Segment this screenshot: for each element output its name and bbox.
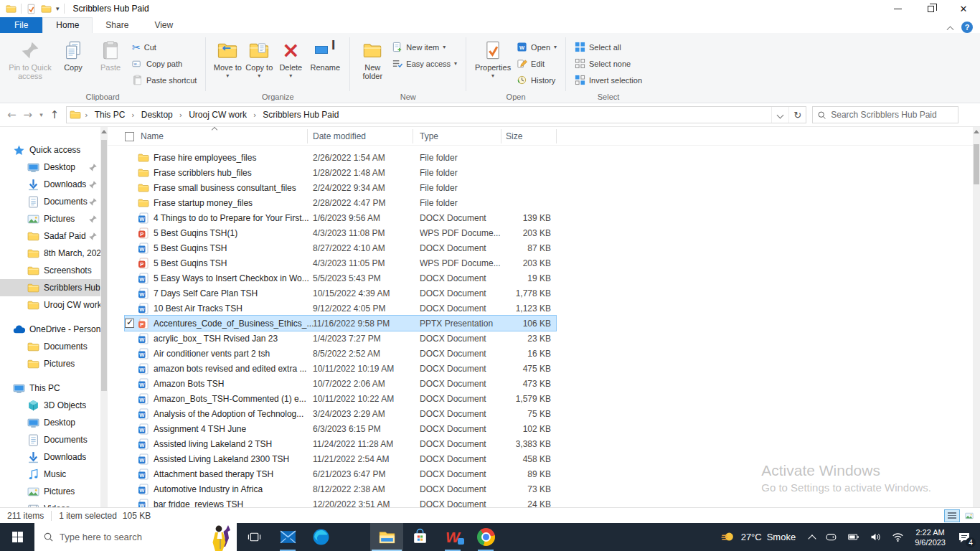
row-checkbox[interactable] xyxy=(125,165,138,180)
row-checkbox[interactable] xyxy=(125,406,138,421)
sidebar-item-screenshots[interactable]: Screenshots xyxy=(0,262,100,279)
taskbar-app-file-explorer[interactable] xyxy=(370,523,403,551)
taskbar-app-mail[interactable] xyxy=(271,523,304,551)
row-checkbox[interactable] xyxy=(125,301,138,316)
taskbar-search-input[interactable] xyxy=(60,532,202,542)
paste-button[interactable]: Paste xyxy=(92,36,129,73)
row-checkbox[interactable] xyxy=(125,150,138,165)
file-list-scrollbar-thumb[interactable] xyxy=(974,144,979,184)
sidebar-scrollbar[interactable] xyxy=(100,127,108,535)
sidebar-item-downloads[interactable]: Downloads xyxy=(0,448,100,466)
sidebar-item-documents[interactable]: Documents xyxy=(0,193,100,210)
file-row[interactable]: Assisted Living Lakeland 2300 TSH 11/21/… xyxy=(125,451,556,466)
file-row[interactable]: Analysis of the Adoption of Technolog...… xyxy=(125,406,556,421)
file-row[interactable]: 10 Best Air Tracks TSH 9/12/2022 4:05 PM… xyxy=(125,301,556,316)
copy-path-button[interactable]: Copy path xyxy=(129,55,199,72)
row-checkbox[interactable] xyxy=(125,270,138,286)
row-checkbox[interactable] xyxy=(125,331,138,346)
taskbar-clock[interactable]: 2:22 AM 9/6/2023 xyxy=(909,527,951,547)
sidebar-item-pictures[interactable]: Pictures xyxy=(0,355,100,372)
pin-to-quick-access-button[interactable]: Pin to Quick access xyxy=(6,36,55,82)
easy-access-button[interactable]: Easy access▾ xyxy=(389,55,460,72)
qat-properties-icon[interactable] xyxy=(26,4,37,14)
cut-button[interactable]: ✂ Cut xyxy=(129,39,199,55)
tab-home[interactable]: Home xyxy=(42,17,93,33)
taskbar-app-chrome[interactable] xyxy=(469,523,502,551)
scroll-up-icon[interactable] xyxy=(973,127,980,137)
sidebar-section-this-pc[interactable]: This PC xyxy=(0,380,100,397)
paste-shortcut-button[interactable]: Paste shortcut xyxy=(129,72,199,88)
sidebar-item-documents[interactable]: Documents xyxy=(0,431,100,448)
refresh-button[interactable]: ↻ xyxy=(788,107,806,123)
action-center-button[interactable]: 4 xyxy=(951,523,980,551)
volume-button[interactable] xyxy=(864,523,887,551)
tab-view[interactable]: View xyxy=(141,18,186,33)
details-view-button[interactable] xyxy=(944,509,960,522)
row-checkbox[interactable] xyxy=(125,391,138,406)
breadcrumb-urooj-cw-work[interactable]: Urooj CW work xyxy=(186,108,250,121)
meet-now-button[interactable] xyxy=(820,523,842,551)
file-row[interactable]: 5 Best Guqins TSH 4/3/2023 11:05 PM WPS … xyxy=(125,255,556,270)
sidebar-item-pictures[interactable]: Pictures xyxy=(0,210,100,227)
file-row[interactable]: 4 Things to do to Prepare for Your First… xyxy=(125,210,556,225)
breadcrumb-this-pc[interactable]: This PC xyxy=(92,108,128,121)
file-row[interactable]: Attachment based therapy TSH 6/21/2023 6… xyxy=(125,466,556,481)
forward-button[interactable]: → xyxy=(24,108,33,121)
open-button[interactable]: Open▾ xyxy=(514,39,560,55)
taskbar-app-office[interactable] xyxy=(337,523,370,551)
column-header-name[interactable]: Name xyxy=(141,131,164,141)
column-divider[interactable] xyxy=(501,129,501,143)
sidebar-item-downloads[interactable]: Downloads xyxy=(0,176,100,193)
hidden-icons-button[interactable] xyxy=(804,523,820,551)
file-row[interactable]: 5 Easy Ways to Insert Checkbox in Wo... … xyxy=(125,270,556,286)
sidebar-scrollbar-thumb[interactable] xyxy=(101,140,107,391)
file-row[interactable]: Frase scribblers hub_files 1/28/2022 1:4… xyxy=(125,165,556,180)
properties-button[interactable]: Properties▾ xyxy=(472,36,514,82)
row-checkbox[interactable] xyxy=(125,421,138,436)
row-checkbox[interactable] xyxy=(125,346,138,361)
column-divider[interactable] xyxy=(307,129,308,143)
restore-button[interactable] xyxy=(914,0,947,17)
row-checkbox[interactable]: ✓ xyxy=(125,316,138,331)
new-folder-button[interactable]: New folder xyxy=(356,36,389,82)
network-button[interactable] xyxy=(887,523,909,551)
help-icon[interactable]: ? xyxy=(961,22,973,33)
battery-button[interactable] xyxy=(842,523,864,551)
column-header-date-modified[interactable]: Date modified xyxy=(313,131,366,141)
move-to-button[interactable]: ← Move to▾ xyxy=(212,36,243,82)
file-row[interactable]: Assisted living Lakeland 2 TSH 11/24/202… xyxy=(125,436,556,451)
sidebar-item-scribblers-hub-p[interactable]: Scribblers Hub P xyxy=(0,279,100,296)
tab-file[interactable]: File xyxy=(0,17,42,33)
history-button[interactable]: History xyxy=(514,72,560,88)
file-row[interactable]: acrylic_box_ TSH Rvised Jan 23 1/4/2023 … xyxy=(125,331,556,346)
select-none-button[interactable]: Select none xyxy=(572,55,645,72)
file-row[interactable]: Air conditioner vents part 2 tsh 8/5/202… xyxy=(125,346,556,361)
sidebar-item-documents[interactable]: Documents xyxy=(0,338,100,355)
edit-button[interactable]: Edit xyxy=(514,55,560,72)
select-all-button[interactable]: Select all xyxy=(572,39,645,55)
file-row[interactable]: Frase startup money_files 2/28/2022 4:47… xyxy=(125,195,556,210)
file-row[interactable]: Automotive Industry in Africa 8/12/2022 … xyxy=(125,481,556,496)
minimize-ribbon-icon[interactable] xyxy=(947,26,954,33)
minimize-button[interactable] xyxy=(881,0,914,17)
new-item-button[interactable]: New item▾ xyxy=(389,39,460,55)
sidebar-item-pictures[interactable]: Pictures xyxy=(0,483,100,500)
close-button[interactable]: ✕ xyxy=(947,0,980,17)
sidebar-item-urooj-cw-work[interactable]: Urooj CW work xyxy=(0,296,100,314)
row-checkbox[interactable] xyxy=(125,451,138,466)
copy-to-button[interactable]: Copy to▾ xyxy=(243,36,275,82)
taskbar-search-box[interactable] xyxy=(34,523,237,551)
row-checkbox[interactable] xyxy=(125,180,138,195)
header-checkbox[interactable] xyxy=(125,132,134,141)
sidebar-section-onedrive-person[interactable]: OneDrive - Person xyxy=(0,321,100,338)
row-checkbox[interactable] xyxy=(125,210,138,225)
column-header-size[interactable]: Size xyxy=(506,131,522,141)
taskbar-app-edge[interactable] xyxy=(304,523,337,551)
weather-widget[interactable]: 27°C Smoke xyxy=(715,523,805,551)
file-list-scrollbar[interactable] xyxy=(973,127,980,535)
row-checkbox[interactable] xyxy=(125,466,138,481)
row-checkbox[interactable] xyxy=(125,436,138,451)
invert-selection-button[interactable]: Invert selection xyxy=(572,72,645,88)
delete-button[interactable]: × Delete▾ xyxy=(275,36,306,82)
row-checkbox[interactable] xyxy=(125,286,138,301)
